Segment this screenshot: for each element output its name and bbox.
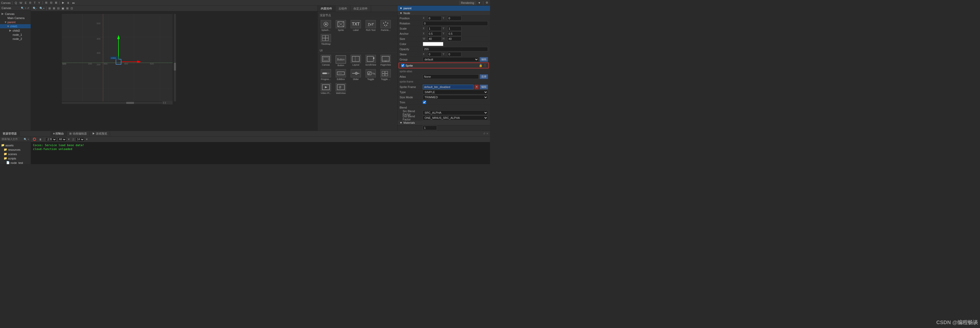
opacity-input[interactable] — [423, 47, 488, 51]
asset-search-icon[interactable]: 🔍 — [24, 138, 27, 141]
console-pause-btn[interactable]: ⏸ — [38, 138, 43, 141]
spriteframe-input[interactable] — [423, 85, 474, 89]
node-pageview[interactable]: PageView — [379, 54, 393, 68]
scale-y-input[interactable] — [447, 26, 461, 31]
srcblend-select[interactable]: SRC_ALPHA — [423, 110, 488, 115]
rotation-input[interactable] — [423, 21, 488, 26]
tab-assets[interactable]: 资源管理器 — [0, 131, 19, 136]
node-editbox[interactable]: EditBox — [334, 68, 348, 82]
asset-item-node-test[interactable]: 📄 node_test — [0, 160, 31, 164]
node-layout[interactable]: Layout — [348, 54, 363, 68]
rendering-btn[interactable]: Rendering — [459, 1, 476, 5]
skew-x-input[interactable] — [427, 52, 442, 57]
tree-main-camera[interactable]: Main Camera — [0, 16, 31, 20]
node-section-header[interactable]: ▼ Node — [398, 11, 490, 16]
asset-item-resources[interactable]: 📁 resources — [0, 147, 31, 152]
node-videoplayer[interactable]: Video Pl... — [319, 82, 333, 95]
node-richtext[interactable]: TxT Rich Text — [364, 19, 378, 32]
toolbar-settings[interactable]: ⚙ — [485, 1, 489, 5]
toolbar-w[interactable]: W — [19, 1, 23, 5]
console-level-select[interactable]: All — [58, 137, 67, 141]
position-x-input[interactable] — [427, 16, 442, 21]
tab-preview[interactable]: ▶ 游戏预览 — [90, 131, 110, 136]
node-splash[interactable]: Splash... — [319, 19, 333, 32]
sizemode-select[interactable]: TRIMMED — [423, 95, 488, 100]
asset-item-assets[interactable]: 📁 assets — [0, 143, 31, 147]
scene-btn5[interactable]: ⊞ — [65, 6, 69, 10]
toolbar-dist[interactable]: ⊠ — [54, 1, 58, 5]
asset-item-scenes[interactable]: 📁 scenes — [0, 152, 31, 156]
anchor-y-input[interactable] — [447, 32, 461, 36]
tree-node1[interactable]: node_1 — [0, 33, 31, 37]
toolbar-r[interactable]: R — [29, 1, 32, 5]
tab-custom[interactable]: 自定义控件 — [350, 6, 371, 11]
tab-console[interactable]: ≡ 控制台 — [51, 131, 67, 136]
scene-btn4[interactable]: ▣ — [61, 6, 65, 10]
tab-builtin[interactable]: 内置控件 — [318, 6, 336, 11]
tab-animation[interactable]: ⊞ 动画编辑器 — [67, 131, 89, 136]
atlas-select-btn[interactable]: 选择 — [480, 74, 488, 79]
toolbar-y[interactable]: Y — [37, 1, 41, 5]
group-edit-btn[interactable]: 编辑 — [480, 57, 488, 62]
node-tiledmap[interactable]: TiledMap — [319, 33, 333, 46]
node-particle[interactable]: Particle... — [379, 19, 393, 32]
toolbar-e[interactable]: E — [24, 1, 27, 5]
console-filter-select[interactable]: 正常 — [46, 137, 57, 141]
console-clear-btn[interactable]: ⭕ — [32, 137, 37, 141]
node-togglegroup[interactable]: Toggle ... — [379, 68, 393, 82]
toolbar-step[interactable]: ⏭ — [72, 1, 76, 5]
node-slider[interactable]: Slider — [348, 68, 363, 82]
asset-item-scripts[interactable]: 📁 scripts — [0, 156, 31, 160]
tab-cloud[interactable]: 云组件 — [336, 6, 350, 11]
scene-btn3[interactable]: ⊟ — [56, 6, 60, 10]
toolbar-align[interactable]: ⊟ — [49, 1, 53, 5]
trim-checkbox[interactable] — [423, 101, 426, 104]
skew-y-input[interactable] — [447, 52, 461, 57]
spriteframe-edit-btn[interactable]: 编辑 — [480, 85, 488, 89]
scene-btn2[interactable]: ⊠ — [52, 6, 56, 10]
tree-parent[interactable]: ▼ parent — [0, 20, 31, 24]
rendering-dropdown[interactable]: ▼ — [477, 1, 482, 5]
node-scrollview[interactable]: ScrollView — [364, 54, 378, 68]
node-webview[interactable]: @ WebView — [334, 82, 348, 95]
zoom-out-btn[interactable]: 🔍- — [32, 6, 38, 10]
toolbar-pause[interactable]: ⏸ — [66, 1, 70, 5]
size-w-input[interactable] — [427, 36, 442, 41]
anchor-x-input[interactable] — [427, 32, 442, 36]
spriteframe-clear-btn[interactable]: ✕ — [474, 85, 479, 89]
size-h-input[interactable] — [447, 36, 461, 41]
add-node-icon[interactable]: + — [25, 7, 26, 10]
refresh-icon[interactable]: ↺ — [27, 7, 29, 10]
materials-section[interactable]: ▼ Materials — [398, 120, 490, 125]
zoom-in-btn[interactable]: 🔍+ — [39, 6, 45, 10]
tree-node2[interactable]: node_2 — [0, 37, 31, 41]
toolbar-t[interactable]: T — [33, 1, 37, 5]
scale-x-input[interactable] — [427, 26, 442, 31]
sprite-menu-icon[interactable]: ⋮ — [484, 64, 487, 67]
tree-canvas[interactable]: ▶ Canvas — [0, 11, 31, 16]
asset-add-icon[interactable]: + — [27, 138, 29, 141]
atlas-input[interactable] — [423, 74, 479, 79]
materials-count-input[interactable] — [423, 125, 437, 130]
node-button[interactable]: Button Button — [334, 54, 348, 68]
toolbar-snap[interactable]: ⊞ — [44, 1, 48, 5]
node-sprite[interactable]: Sprite — [334, 19, 348, 32]
scene-btn1[interactable]: ⊞ — [48, 6, 51, 10]
group-select[interactable]: default — [423, 57, 479, 62]
scene-btn6[interactable]: ⊡ — [70, 6, 74, 10]
node-toggle[interactable]: Toggle Toggle — [364, 68, 378, 82]
tree-child1[interactable]: ▼ child1 — [0, 24, 31, 28]
search-icon[interactable]: 🔍 — [21, 7, 24, 10]
node-progress[interactable]: Progres... — [319, 68, 333, 82]
toolbar-play[interactable]: ▶ — [61, 1, 65, 5]
position-y-input[interactable] — [447, 16, 461, 21]
node-canvas[interactable]: Canvas — [319, 54, 333, 68]
type-select[interactable]: SIMPLE — [423, 90, 488, 94]
sprite-checkbox[interactable] — [401, 64, 404, 67]
tree-child2[interactable]: ▶ child2 — [0, 28, 31, 33]
node-label[interactable]: TXT Label — [348, 19, 363, 32]
scene-viewport[interactable]: 使用鼠标右键下移视角焦点, 使用滚轮缩放视图 — [31, 11, 317, 131]
toolbar-q[interactable]: Q — [14, 1, 18, 5]
color-picker[interactable] — [423, 42, 443, 46]
sprite-section-header[interactable]: Sprite 🔒 ⋮ — [399, 63, 488, 68]
